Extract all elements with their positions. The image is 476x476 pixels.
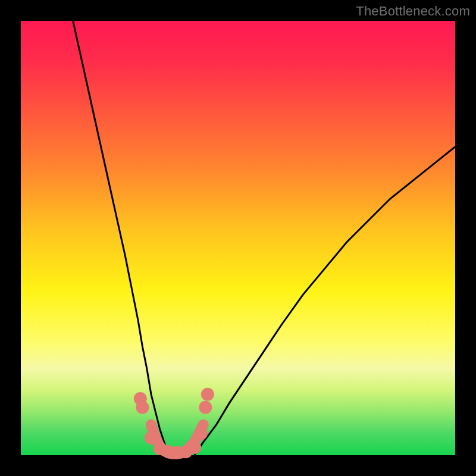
left-curve: [73, 21, 169, 455]
marker-dot: [199, 401, 212, 414]
marker-dot: [188, 441, 201, 454]
watermark-text: TheBottleneck.com: [356, 4, 470, 19]
marker-dot: [201, 388, 214, 401]
plot-area: [21, 21, 455, 455]
right-curve: [195, 147, 455, 455]
chart-svg: [21, 21, 455, 455]
marker-dot: [195, 427, 208, 440]
marker-dot: [145, 431, 158, 444]
outer-black-frame: TheBottleneck.com: [0, 0, 476, 476]
marker-dot: [136, 401, 149, 414]
